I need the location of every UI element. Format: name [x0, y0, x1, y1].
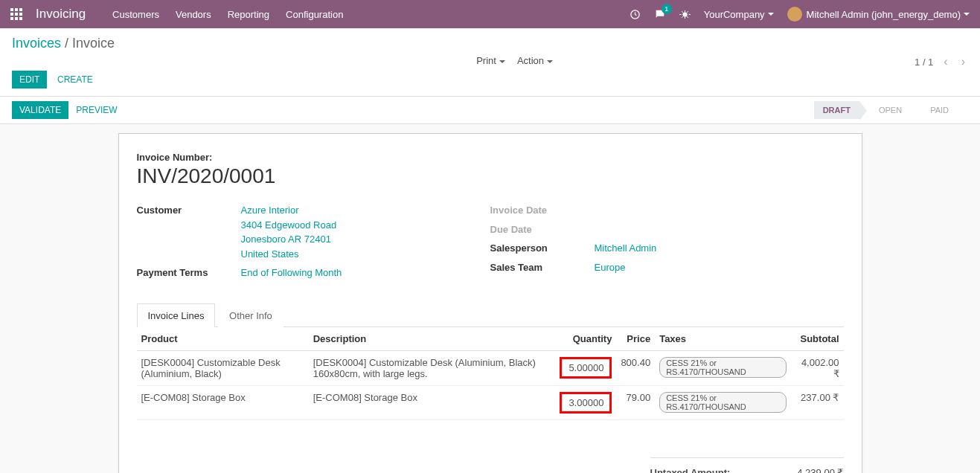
- tabs: Invoice Lines Other Info: [137, 303, 844, 327]
- customer-addr2: Jonesboro AR 72401: [241, 232, 337, 247]
- totals: Untaxed Amount: 4,239.00 Tax: 890.19: [650, 457, 844, 474]
- payment-terms-value[interactable]: End of Following Month: [241, 266, 342, 280]
- invoice-number-label: Invoice Number:: [137, 152, 844, 163]
- customer-label: Customer: [137, 203, 241, 261]
- col-price: Price: [616, 327, 655, 351]
- nav-menu: Customers Vendors Reporting Configuratio…: [112, 9, 343, 20]
- customer-addr1: 3404 Edgewood Road: [241, 218, 337, 233]
- svg-point-1: [682, 12, 687, 16]
- stage-paid[interactable]: PAID: [921, 101, 958, 119]
- nav-configuration[interactable]: Configuration: [286, 9, 343, 20]
- cell-price: 79.00: [616, 385, 655, 419]
- statusbar: VALIDATE PREVIEW DRAFT OPEN PAID: [0, 97, 980, 124]
- status-stages: DRAFT OPEN PAID: [814, 101, 968, 119]
- invoice-lines-table: Product Description Quantity Price Taxes…: [137, 327, 844, 420]
- pager-prev[interactable]: ‹: [941, 55, 950, 68]
- col-taxes: Taxes: [655, 327, 791, 351]
- salesperson-value[interactable]: Mitchell Admin: [595, 241, 657, 256]
- table-row[interactable]: [E-COM08] Storage Box [E-COM08] Storage …: [137, 385, 844, 419]
- avatar: [787, 7, 802, 22]
- validate-button[interactable]: VALIDATE: [12, 101, 68, 119]
- invoice-number: INV/2020/0001: [137, 164, 844, 188]
- user-name: Mitchell Admin (john_energy_demo): [807, 9, 961, 20]
- nav-reporting[interactable]: Reporting: [228, 9, 269, 20]
- user-menu[interactable]: Mitchell Admin (john_energy_demo): [787, 7, 970, 22]
- app-brand[interactable]: Invoicing: [36, 7, 86, 22]
- form-sheet: Invoice Number: INV/2020/0001 Customer A…: [118, 133, 862, 473]
- untaxed-value: 4,239.00: [797, 467, 843, 474]
- invoice-info: Customer Azure Interior 3404 Edgewood Ro…: [137, 203, 844, 285]
- due-date-label: Due Date: [490, 222, 532, 237]
- customer-name[interactable]: Azure Interior: [241, 203, 337, 218]
- apps-icon[interactable]: [10, 8, 22, 20]
- company-switcher[interactable]: YourCompany: [704, 9, 774, 20]
- print-menu[interactable]: Print: [476, 55, 505, 66]
- tab-invoice-lines[interactable]: Invoice Lines: [137, 303, 216, 327]
- message-badge: 1: [662, 4, 672, 14]
- company-name: YourCompany: [704, 9, 765, 20]
- action-menu[interactable]: Action: [517, 55, 553, 66]
- breadcrumb-current: Invoice: [72, 36, 115, 51]
- control-panel: Invoices / Invoice EDIT CREATE Print Act…: [0, 28, 980, 97]
- nav-customers[interactable]: Customers: [112, 9, 159, 20]
- stage-open[interactable]: OPEN: [870, 101, 911, 119]
- cell-product: [DESK0004] Customizable Desk (Aluminium,…: [137, 350, 309, 385]
- create-button[interactable]: CREATE: [50, 71, 100, 89]
- cell-description: [E-COM08] Storage Box: [309, 385, 556, 419]
- cell-subtotal: 4,002.00: [791, 350, 844, 385]
- nav-right: 1 YourCompany Mitchell Admin (john_energ…: [630, 7, 970, 22]
- untaxed-label: Untaxed Amount:: [650, 467, 731, 474]
- cell-price: 800.40: [616, 350, 655, 385]
- cell-tax[interactable]: CESS 21% or RS.4170/THOUSAND: [659, 392, 787, 413]
- table-row[interactable]: [DESK0004] Customizable Desk (Aluminium,…: [137, 350, 844, 385]
- cell-description: [DESK0004] Customizable Desk (Aluminium,…: [309, 350, 556, 385]
- cell-tax[interactable]: CESS 21% or RS.4170/THOUSAND: [659, 357, 787, 378]
- main-navbar: Invoicing Customers Vendors Reporting Co…: [0, 0, 980, 28]
- cell-product: [E-COM08] Storage Box: [137, 385, 309, 419]
- invoice-date-label: Invoice Date: [490, 203, 548, 218]
- preview-button[interactable]: PREVIEW: [68, 101, 124, 119]
- messages-icon[interactable]: 1: [654, 8, 666, 20]
- form-scroll[interactable]: Invoice Number: INV/2020/0001 Customer A…: [0, 124, 980, 473]
- sales-team-label: Sales Team: [490, 260, 595, 275]
- cell-subtotal: 237.00: [791, 385, 844, 419]
- nav-vendors[interactable]: Vendors: [176, 9, 211, 20]
- breadcrumb-root[interactable]: Invoices: [12, 36, 61, 51]
- customer-addr3: United States: [241, 247, 337, 262]
- salesperson-label: Salesperson: [490, 241, 595, 256]
- pager-text: 1 / 1: [915, 57, 933, 68]
- col-product: Product: [137, 327, 309, 351]
- payment-terms-label: Payment Terms: [137, 266, 241, 280]
- cell-quantity[interactable]: 5.00000: [560, 357, 612, 379]
- bug-icon[interactable]: [679, 9, 691, 20]
- breadcrumb: Invoices / Invoice: [12, 36, 115, 51]
- col-quantity: Quantity: [555, 327, 616, 351]
- col-description: Description: [309, 327, 556, 351]
- col-subtotal: Subtotal: [791, 327, 844, 351]
- stage-draft[interactable]: DRAFT: [814, 101, 859, 119]
- pager-next[interactable]: ›: [958, 55, 968, 68]
- sales-team-value[interactable]: Europe: [595, 260, 626, 275]
- clock-icon[interactable]: [630, 9, 641, 20]
- edit-button[interactable]: EDIT: [12, 71, 47, 89]
- cell-quantity[interactable]: 3.00000: [560, 392, 612, 414]
- tab-other-info[interactable]: Other Info: [218, 303, 284, 327]
